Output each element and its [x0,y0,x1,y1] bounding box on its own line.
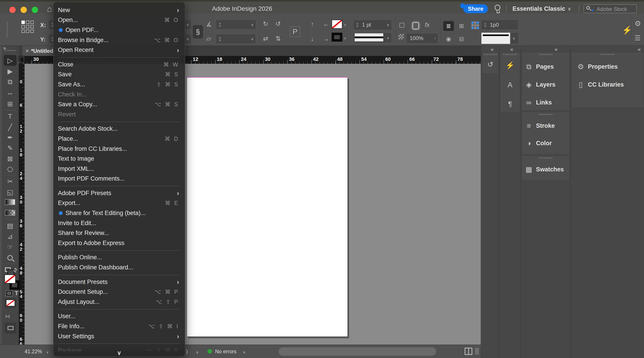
select-container-icon[interactable]: P [290,27,300,37]
frame-tool[interactable]: ⊠ [2,153,18,164]
workspace-switcher[interactable]: Essentials Classic [512,5,565,12]
chevron-down-icon[interactable]: ∨ [186,37,191,41]
menu-item-user-settings[interactable]: User Settings› [54,331,185,341]
menu-item-file-info[interactable]: File Info...⌥ ⇧ ⌘ I [54,321,185,331]
shear-angle-field[interactable]: ∧∨ ∨ [216,34,256,44]
panel-tab-pages[interactable]: ⧉ Pages [522,58,570,76]
screen-mode-button[interactable] [4,322,16,334]
chevron-down-icon[interactable]: ∨ [344,36,346,40]
effects-icon[interactable] [412,22,419,29]
vertical-ruler[interactable]: 061 21 82 43 03 64 24 85 46 06 6 [19,64,24,344]
home-icon[interactable]: ⌂ [47,4,52,14]
horizontal-scrollbar[interactable] [278,347,436,356]
opacity-field[interactable]: 100% › [406,33,438,44]
content-collector-tool[interactable]: ⊞ [2,99,18,109]
hand-tool[interactable]: ☞ [2,241,18,252]
menu-item-export-to-adobe-express[interactable]: Export to Adobe Express [54,238,185,248]
stepper-icon[interactable]: ∧∨ [482,22,489,27]
collapse-panels-icon[interactable]: « [490,46,494,53]
stroke-swatch-black[interactable] [332,33,342,42]
gear-icon[interactable]: ⚙ [634,19,641,28]
zoom-level-value[interactable]: 41.22% [24,348,42,355]
formatting-affects-container-toggle[interactable] [5,290,13,296]
zoom-tool[interactable] [2,252,18,263]
menu-item-document-presets[interactable]: Document Presets› [54,277,185,287]
eyedropper-tool[interactable]: ⊿ [2,231,18,242]
wrap-offset-field[interactable]: ∧∨ 1p0 [481,20,518,30]
chevron-down-icon[interactable]: ∨ [251,23,256,27]
menu-item-user[interactable]: User... [54,311,185,321]
menu-item-publish-online[interactable]: Publish Online... [54,253,185,263]
chevron-down-icon[interactable]: ∨ [568,6,571,12]
panel-tab-layers[interactable]: ◈ Layers [522,76,570,94]
menu-item-open-pdf[interactable]: Open PDF... [54,25,185,35]
opacity-value[interactable]: 100% [406,35,423,41]
panel-grip[interactable] [539,54,552,55]
menu-item-text-to-image[interactable]: Text to Image [54,154,185,164]
select-parent-icon[interactable]: ↑ [311,21,314,28]
apply-color-button[interactable] [4,298,16,308]
flip-vertical-icon[interactable]: ⇅ [276,35,281,42]
chevron-down-icon[interactable]: ∨ [243,350,246,355]
menu-item-import-xml[interactable]: Import XML... [54,164,185,174]
rotation-angle-field[interactable]: ∧∨ ∨ [216,20,256,30]
reference-point-proxy[interactable] [22,21,34,33]
gradient-swatch-tool[interactable] [2,197,18,207]
version-history-icon[interactable]: ↺ [482,60,498,69]
collapse-panels-icon[interactable]: « [510,46,513,53]
menu-item-share-for-review[interactable]: Share for Review... [54,228,185,238]
scissors-tool[interactable]: ✂ [2,176,18,187]
wrap-offset-value[interactable]: 1p0 [489,22,499,28]
lightbulb-icon[interactable] [495,5,500,11]
menu-item-document-setup[interactable]: Document Setup...⌥ ⌘ P [54,287,185,297]
share-button[interactable]: Share [463,4,488,13]
stroke-type-dropdown[interactable]: ∨ [511,33,519,44]
fill-indicator-none[interactable] [4,274,16,283]
window-zoom-icon[interactable] [32,7,38,13]
dashed-frame-icon[interactable]: ∺ [5,312,10,320]
type-tool[interactable]: T [2,111,18,122]
panel-tab-cc-libraries[interactable]: ▯ CC Libraries [571,76,644,94]
menu-item-search-adobe-stock[interactable]: Search Adobe Stock... [54,124,185,134]
preflight-status[interactable]: No errors [215,348,236,355]
menu-item-save-as[interactable]: Save As...⇧ ⌘ S [54,80,185,90]
corner-options-icon[interactable]: ▢ [399,21,405,29]
line-tool[interactable]: ╱ [2,122,18,132]
adobe-stock-search-input[interactable]: Adobe Stock [584,4,637,13]
stroke-type-preview[interactable] [481,33,510,44]
menu-item-open-recent[interactable]: Open Recent› [54,45,185,55]
menu-item-adobe-pdf-presets[interactable]: Adobe PDF Presets› [54,188,185,198]
panel-tab-links[interactable]: ∞ Links [522,94,570,111]
default-fill-stroke-icon[interactable] [5,267,11,272]
wrap-offset-proxy[interactable] [471,22,479,29]
menu-scroll-more-icon[interactable]: ∨ [54,347,185,356]
cc-export-icon[interactable]: ⚡ [500,61,520,70]
menu-item-place-from-cc-libraries[interactable]: Place from CC Libraries... [54,144,185,154]
chevron-right-icon[interactable]: › [434,36,438,40]
menu-item-save-a-copy[interactable]: Save a Copy...⌥ ⌘ S [54,99,185,109]
character-styles-icon[interactable]: A [500,81,520,89]
menu-item-close[interactable]: Close⌘ W [54,60,185,70]
stroke-weight-value[interactable]: 1 pt [361,22,371,28]
search-scope-dropdown-icon[interactable] [591,10,594,12]
fill-swatch-none[interactable] [332,20,342,29]
collapse-panels-icon[interactable]: « [638,46,641,53]
menu-item-share-for-text-editing-beta[interactable]: Share for Text Editing (beta)... [54,208,185,218]
note-tool[interactable]: ▤ [2,220,18,231]
constrain-proportions-toggle[interactable]: § [193,25,203,39]
panel-menu-icon[interactable]: ☰ [634,34,641,42]
select-previous-icon[interactable]: ← [323,21,329,28]
select-next-icon[interactable]: → [323,35,329,43]
document-tab[interactable]: × *Untitled [22,46,53,56]
chevron-down-icon[interactable]: ∨ [512,36,517,41]
flip-horizontal-icon[interactable]: ⇄ [263,35,268,42]
stepper-icon[interactable]: ∧∨ [216,37,224,41]
rotate-counterclockwise-icon[interactable]: ↺ [276,20,281,28]
panel-grip[interactable] [601,54,614,55]
direct-selection-tool[interactable]: ▶ [2,66,18,77]
stepper-icon[interactable]: ∧∨ [354,22,361,27]
collapse-panels-icon[interactable]: « [554,46,558,53]
panel-tab-swatches[interactable]: ▦ Swatches [522,161,570,178]
document-page[interactable] [187,77,348,337]
menu-item-new[interactable]: New› [54,5,185,15]
